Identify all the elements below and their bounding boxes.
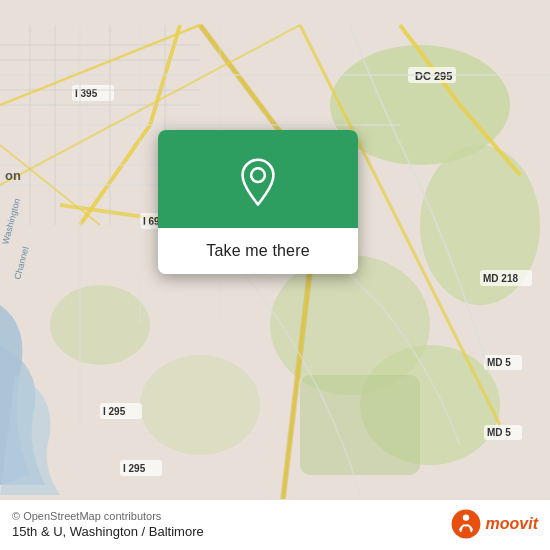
map-background: DC 295 DC 295 I 695 I 395 295 MD 218 MD … — [0, 0, 550, 550]
popup-header — [158, 130, 358, 228]
svg-text:MD 5: MD 5 — [487, 357, 511, 368]
map-attribution: © OpenStreetMap contributors — [12, 510, 204, 522]
svg-point-6 — [50, 285, 150, 365]
svg-text:I 295: I 295 — [103, 406, 126, 417]
svg-text:MD 218: MD 218 — [483, 273, 518, 284]
take-me-there-button[interactable]: Take me there — [158, 228, 358, 274]
location-label: 15th & U, Washington / Baltimore — [12, 524, 204, 539]
moovit-brand-text: moovit — [486, 515, 538, 533]
svg-point-50 — [451, 510, 480, 539]
svg-text:MD 5: MD 5 — [487, 427, 511, 438]
bottom-bar: © OpenStreetMap contributors 15th & U, W… — [0, 499, 550, 550]
location-popup: Take me there — [158, 130, 358, 274]
svg-text:on: on — [5, 168, 21, 183]
moovit-logo[interactable]: moovit — [450, 508, 538, 540]
svg-point-7 — [140, 355, 260, 455]
svg-text:I 295: I 295 — [123, 463, 146, 474]
svg-point-49 — [251, 168, 265, 182]
location-pin-icon — [234, 158, 282, 206]
svg-point-51 — [462, 514, 468, 520]
svg-text:DC 295: DC 295 — [415, 70, 452, 82]
moovit-icon — [450, 508, 482, 540]
map-container: DC 295 DC 295 I 695 I 395 295 MD 218 MD … — [0, 0, 550, 550]
